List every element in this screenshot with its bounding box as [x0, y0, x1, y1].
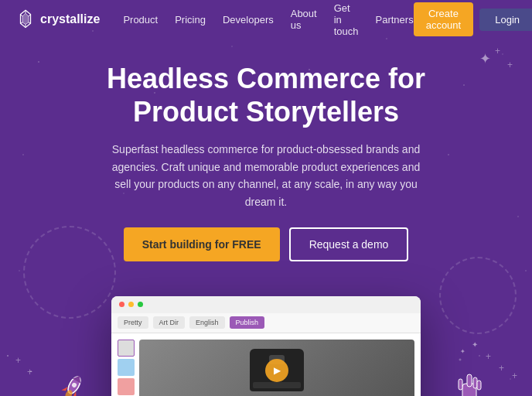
svg-marker-10 — [61, 385, 67, 392]
request-demo-button[interactable]: Request a demo — [289, 227, 409, 261]
product-hero-image: ▶ — [139, 340, 414, 396]
svg-rect-18 — [477, 381, 481, 390]
create-account-button[interactable]: Create account — [414, 2, 474, 36]
product-grid: ▶ Dream Pot a unique sku:BLEM1C Black cf… — [118, 340, 414, 396]
nav-pricing[interactable]: Pricing — [175, 14, 206, 26]
screenshot-topbar — [111, 296, 421, 313]
svg-rect-17 — [459, 379, 462, 390]
toolbar-pretty[interactable]: Pretty — [118, 316, 148, 329]
product-main: ▶ Dream Pot a unique sku:BLEM1C Black cf… — [139, 340, 414, 396]
nav-links: Product Pricing Developers About us Get … — [123, 2, 413, 37]
hero-subtitle: Superfast headless commerce for product-… — [104, 141, 428, 210]
nav-about[interactable]: About us — [291, 8, 317, 31]
product-sidebar — [118, 340, 135, 396]
nav-product[interactable]: Product — [123, 14, 158, 26]
logo-link[interactable]: crystallize — [15, 9, 100, 29]
nav-partners[interactable]: Partners — [376, 14, 414, 26]
sidebar-thumb[interactable] — [118, 340, 135, 357]
product-screenshot: Pretty Art Dir English Publish — [111, 296, 421, 396]
hero-buttons: Start building for FREE Request a demo — [15, 227, 517, 261]
logo-icon — [15, 9, 36, 29]
nav-contact[interactable]: Get in touch — [334, 2, 359, 37]
product-showcase: Pretty Art Dir English Publish — [0, 296, 532, 396]
toolbar-english[interactable]: English — [189, 316, 225, 329]
svg-rect-16 — [473, 377, 477, 388]
hand-decoration — [453, 368, 484, 396]
screenshot-content: ▶ Dream Pot a unique sku:BLEM1C Black cf… — [111, 333, 421, 396]
window-minimize-dot — [128, 302, 134, 307]
window-close-dot — [119, 302, 124, 307]
toolbar-artdir[interactable]: Art Dir — [153, 316, 186, 329]
hero-title: Headless Commerce for Product Storytelle… — [15, 62, 517, 128]
sidebar-thumb[interactable] — [118, 359, 135, 376]
window-maximize-dot — [138, 302, 143, 307]
navbar: crystallize Product Pricing Developers A… — [0, 0, 532, 39]
play-button[interactable]: ▶ — [265, 359, 288, 382]
hero-section: Headless Commerce for Product Storytelle… — [0, 39, 532, 296]
screenshot-toolbar: Pretty Art Dir English Publish — [111, 313, 421, 333]
logo-text: crystallize — [40, 12, 100, 26]
svg-marker-1 — [22, 13, 29, 24]
svg-rect-15 — [467, 374, 472, 387]
nav-developers[interactable]: Developers — [223, 14, 274, 26]
sidebar-thumb[interactable] — [118, 378, 135, 395]
nav-actions: Create account Login — [414, 2, 532, 36]
login-button[interactable]: Login — [479, 9, 532, 31]
start-building-button[interactable]: Start building for FREE — [124, 227, 280, 261]
toolbar-publish[interactable]: Publish — [230, 316, 265, 329]
